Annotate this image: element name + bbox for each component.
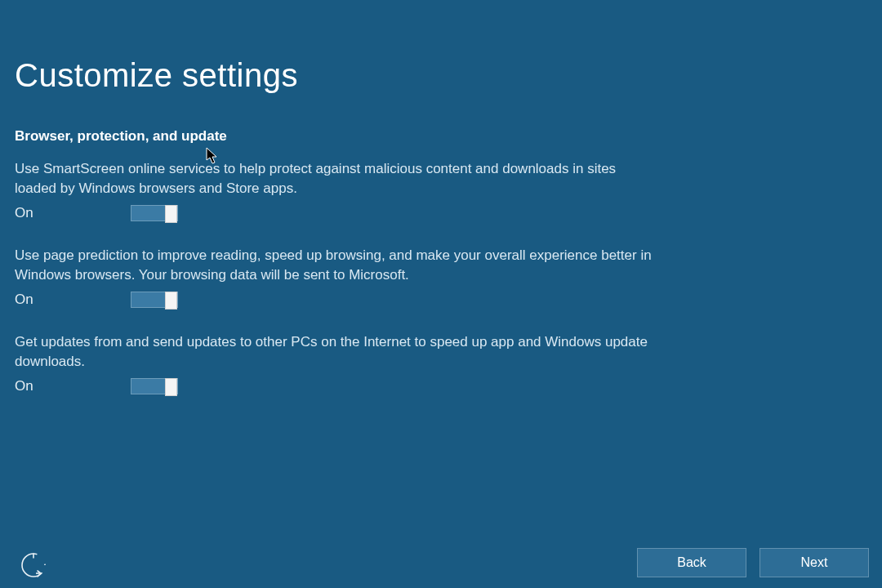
setting-desc: Use page prediction to improve reading, …	[15, 246, 660, 285]
setting-updates-p2p: Get updates from and send updates to oth…	[15, 332, 660, 394]
footer: Back Next	[0, 542, 882, 588]
toggle-row: On	[15, 378, 660, 394]
ease-of-access-icon[interactable]	[20, 551, 47, 579]
section-title: Browser, protection, and update	[15, 128, 867, 145]
toggle-thumb	[165, 378, 177, 396]
setting-smartscreen: Use SmartScreen online services to help …	[15, 159, 660, 221]
back-button[interactable]: Back	[637, 548, 746, 577]
page-title: Customize settings	[15, 57, 867, 94]
toggle-page-prediction[interactable]	[131, 292, 178, 308]
main-content: Customize settings Browser, protection, …	[0, 0, 882, 394]
setting-page-prediction: Use page prediction to improve reading, …	[15, 246, 660, 308]
footer-buttons: Back Next	[637, 548, 882, 582]
toggle-state-label: On	[15, 205, 131, 221]
toggle-row: On	[15, 205, 660, 221]
next-button[interactable]: Next	[760, 548, 869, 577]
toggle-thumb	[165, 205, 177, 223]
toggle-thumb	[165, 292, 177, 310]
toggle-state-label: On	[15, 378, 131, 394]
setting-desc: Use SmartScreen online services to help …	[15, 159, 660, 198]
toggle-state-label: On	[15, 292, 131, 308]
toggle-row: On	[15, 292, 660, 308]
toggle-updates-p2p[interactable]	[131, 378, 178, 394]
setting-desc: Get updates from and send updates to oth…	[15, 332, 660, 372]
toggle-smartscreen[interactable]	[131, 205, 178, 221]
